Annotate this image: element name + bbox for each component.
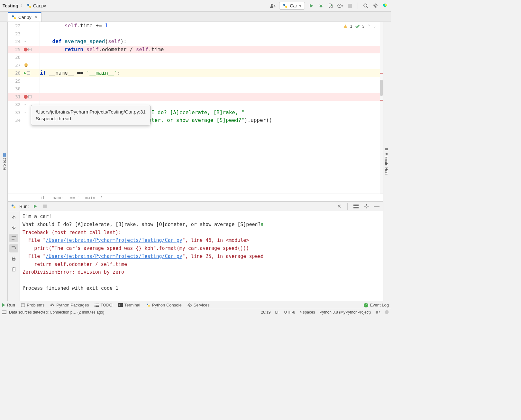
fold-icon[interactable]: − (27, 71, 30, 75)
tool-terminal[interactable]: Terminal (118, 303, 140, 307)
context-breadcrumb[interactable]: if __name__ == '__main__' (8, 194, 383, 201)
coverage-button[interactable] (327, 3, 334, 9)
tool-todo[interactable]: TODO (95, 303, 112, 307)
layout-icon[interactable] (353, 203, 359, 210)
search-icon[interactable] (362, 3, 369, 9)
memory-indicator-icon[interactable] (385, 310, 389, 314)
indent[interactable]: 4 spaces (300, 310, 315, 315)
svg-rect-12 (348, 4, 352, 8)
intention-bulb-icon[interactable] (24, 63, 28, 68)
print-icon[interactable] (9, 254, 18, 263)
breakpoint-icon[interactable] (24, 95, 28, 99)
fold-icon[interactable]: − (24, 103, 27, 106)
gutter[interactable] (23, 85, 40, 93)
console-output[interactable]: I'm a car! What should I do? [A]ccelerat… (20, 211, 383, 301)
delete-icon[interactable] (9, 265, 18, 273)
jetbrains-icon[interactable] (382, 3, 388, 9)
fold-icon[interactable]: − (28, 48, 32, 51)
line-number: 24 (8, 38, 23, 46)
prev-highlight-icon[interactable]: ⌃ (367, 24, 370, 29)
run-gutter-icon[interactable]: ▶ (24, 69, 26, 77)
tab-car-py[interactable]: Car.py ✕ (8, 12, 41, 22)
interpreter[interactable]: Python 3.8 (MyPythonProject) (320, 310, 371, 315)
settings-icon[interactable] (372, 3, 379, 9)
run-config-selector[interactable]: Car ▾ (279, 2, 305, 10)
error-stripe[interactable] (380, 22, 383, 194)
editor-line[interactable]: 26 (8, 53, 383, 61)
debug-button[interactable] (318, 3, 324, 9)
editor-line[interactable]: 28▶−if __name__ == '__main__': (8, 69, 383, 77)
svg-rect-43 (12, 268, 15, 271)
svg-rect-26 (12, 205, 14, 206)
status-message[interactable]: Data sources detected: Connection p… (2 … (9, 310, 104, 315)
editor-line[interactable]: 29 (8, 77, 383, 85)
svg-point-70 (376, 311, 378, 314)
encoding[interactable]: UTF-8 (284, 310, 295, 315)
tool-remote-host[interactable]: Remote Host (384, 147, 388, 175)
editor-line[interactable]: 24− def average_speed(self): (8, 38, 383, 46)
gutter[interactable] (23, 77, 40, 85)
breadcrumb-file[interactable]: Car.py (27, 3, 46, 8)
inspection-profile-icon[interactable] (375, 310, 380, 314)
svg-rect-3 (283, 4, 285, 6)
editor-line[interactable]: 30 (8, 85, 383, 93)
fold-icon[interactable]: − (24, 40, 27, 43)
svg-rect-0 (27, 4, 29, 6)
tool-problems[interactable]: Problems (21, 303, 44, 307)
caret-position[interactable]: 28:19 (261, 310, 271, 315)
editor-line[interactable]: 23 (8, 30, 383, 38)
close-panel-icon[interactable]: ✕ (336, 203, 342, 210)
line-number: 26 (8, 53, 23, 61)
tool-packages[interactable]: Python Packages (50, 303, 89, 307)
gutter[interactable] (23, 61, 40, 69)
soft-wrap-icon[interactable] (9, 234, 18, 242)
editor-line[interactable]: 25− return self.odometer / self.time (8, 46, 383, 54)
svg-point-17 (383, 5, 385, 6)
event-count-badge: 2 (364, 303, 368, 307)
svg-rect-27 (14, 206, 15, 208)
gutter[interactable]: − (23, 38, 40, 46)
editor-line[interactable]: 31− (8, 93, 383, 101)
breakpoint-icon[interactable] (24, 48, 28, 51)
line-separator[interactable]: LF (275, 310, 280, 315)
hide-panel-icon[interactable]: — (373, 203, 380, 210)
editor-line[interactable]: 22 self.time += 1 (8, 22, 383, 30)
traceback-link[interactable]: /Users/jetbrains/PycharmProjects/Testing… (46, 237, 182, 243)
svg-point-15 (375, 5, 376, 6)
svg-rect-46 (385, 148, 388, 149)
panel-settings-icon[interactable] (363, 203, 370, 210)
gutter[interactable]: ▶− (23, 69, 40, 77)
gutter[interactable] (23, 30, 40, 38)
tool-project[interactable]: Project (2, 153, 7, 170)
gutter[interactable] (23, 22, 40, 30)
profile-button[interactable]: ▾ (337, 3, 343, 9)
next-highlight-icon[interactable]: ⌄ (373, 24, 377, 29)
python-file-icon (27, 3, 32, 8)
gutter[interactable]: − (23, 93, 40, 101)
tool-window-icon[interactable] (2, 310, 6, 314)
inspections-widget[interactable]: 1 3 ⌃ ⌄ (343, 24, 377, 29)
gutter[interactable]: − (23, 46, 40, 54)
tool-services[interactable]: Services (187, 303, 210, 307)
editor-line[interactable]: 27 (8, 61, 383, 69)
code-editor[interactable]: 22 self.time += 12324− def average_speed… (8, 22, 383, 194)
svg-point-24 (24, 63, 28, 67)
fold-icon[interactable]: − (28, 95, 32, 98)
gutter[interactable] (23, 53, 40, 61)
traceback-link[interactable]: /Users/jetbrains/PycharmProjects/Testing… (46, 253, 182, 259)
run-button[interactable] (308, 3, 315, 9)
tool-run[interactable]: Run (2, 303, 15, 307)
rerun-icon[interactable] (32, 203, 39, 210)
up-stack-icon[interactable] (9, 213, 18, 222)
tool-python-console[interactable]: Python Console (146, 303, 182, 307)
close-tab-icon[interactable]: ✕ (34, 15, 38, 20)
breadcrumb-sep: 〉 (20, 3, 25, 9)
breadcrumb-project[interactable]: Testing (3, 3, 18, 8)
down-stack-icon[interactable] (9, 224, 18, 232)
code-text: def average_speed(self): (40, 38, 127, 46)
scroll-to-end-icon[interactable] (9, 244, 18, 252)
tool-event-log[interactable]: 2Event Log (364, 303, 389, 307)
add-user-icon[interactable] (270, 3, 276, 9)
line-number: 32 (8, 101, 23, 109)
fold-icon[interactable]: − (24, 111, 27, 114)
